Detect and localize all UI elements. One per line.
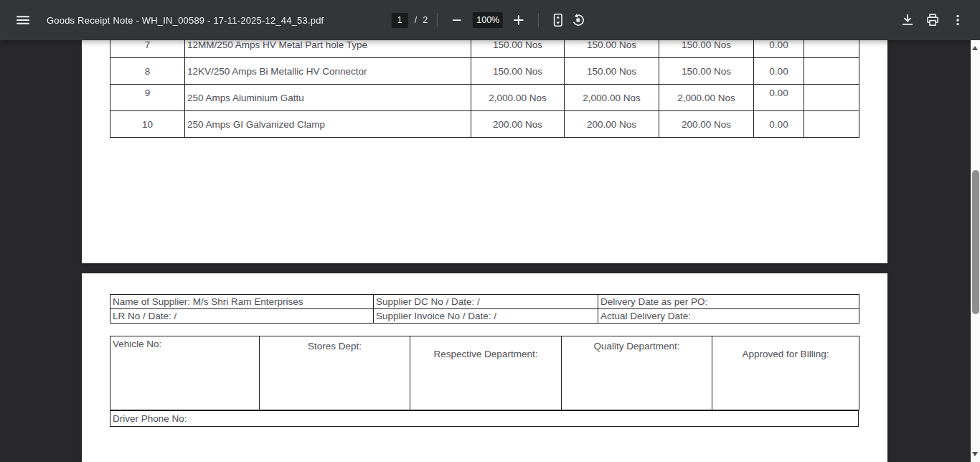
item-qty: 150.00 Nos [659,40,754,58]
table-row: 7 12MM/250 Amps HV Metal Part hole Type … [110,40,859,58]
zoom-out-button[interactable] [447,10,467,30]
scrollbar-down-arrow-icon[interactable] [972,452,978,456]
plus-icon [512,14,525,27]
respective-dept-cell: Respective Department: [410,336,562,410]
delivery-date-po: Delivery Date as per PO: [598,295,859,309]
stores-dept-cell: Stores Dept: [260,336,410,410]
item-amount: 0.00 [754,111,804,138]
pdf-page-1: 7 12MM/250 Amps HV Metal Part hole Type … [82,40,887,263]
item-description: 250 Amps Aluminium Gattu [185,85,471,111]
page-total: 2 [423,15,428,25]
download-icon [900,13,915,27]
grn-items-table: 7 12MM/250 Amps HV Metal Part hole Type … [110,40,859,138]
page-number-input[interactable] [392,13,408,28]
item-qty: 150.00 Nos [659,58,754,85]
item-qty: 2,000.00 Nos [471,85,565,111]
signoff-table: Vehicle No: Stores Dept: Respective Depa… [110,336,859,410]
toolbar-right-controls [897,9,980,31]
item-qty: 2,000.00 Nos [565,85,659,111]
print-icon [925,13,940,27]
item-amount: 0.00 [754,40,804,58]
item-empty-cell [804,40,859,58]
supplier-name: Name of Supplier: M/s Shri Ram Enterpris… [110,295,374,309]
supplier-invoice-no: Supplier Invoice No / Date: / [374,309,598,324]
quality-dept-cell: Quality Department: [562,336,712,410]
item-qty: 150.00 Nos [471,40,565,58]
document-title: Goods Receipt Note - WH_IN_00589 - 17-11… [47,15,324,26]
table-row: 9 250 Amps Aluminium Gattu 2,000.00 Nos … [110,85,859,111]
item-sno: 9 [110,85,185,111]
item-description: 12KV/250 Amps Bi Metallic HV Connector [185,58,471,85]
toolbar-divider [437,13,438,27]
minus-icon [451,14,463,27]
fit-to-page-button[interactable] [548,10,568,30]
approved-billing-cell: Approved for Billing: [712,336,859,410]
fit-to-page-icon [551,13,565,27]
vehicle-no-cell: Vehicle No: [110,336,260,410]
item-sno: 8 [110,58,185,85]
scrollbar-up-arrow-icon[interactable] [972,46,978,50]
driver-phone-row: Driver Phone No: [110,410,859,427]
item-amount: 0.00 [754,85,804,111]
print-button[interactable] [922,9,943,31]
item-sno: 10 [110,111,185,138]
table-row: LR No / Date: / Supplier Invoice No / Da… [110,309,859,324]
table-row: Name of Supplier: M/s Shri Ram Enterpris… [110,295,859,309]
page-separator: / [415,15,417,25]
table-row: Vehicle No: Stores Dept: Respective Depa… [110,336,859,410]
item-qty: 150.00 Nos [565,40,659,58]
toolbar-center-controls: / 2 100% [392,0,588,40]
rotate-counterclockwise-icon [571,13,585,27]
pdf-page-2: Name of Supplier: M/s Shri Ram Enterpris… [82,273,887,462]
item-empty-cell [804,58,859,85]
lr-no-date: LR No / Date: / [110,309,374,324]
actual-delivery-date: Actual Delivery Date: [598,309,859,324]
rotate-button[interactable] [568,10,588,30]
supplier-info-table: Name of Supplier: M/s Shri Ram Enterpris… [110,294,859,324]
zoom-level-display: 100% [473,12,503,28]
more-options-button[interactable] [947,9,969,31]
pdf-viewer-toolbar: Goods Receipt Note - WH_IN_00589 - 17-11… [0,0,980,40]
item-qty: 150.00 Nos [565,58,659,85]
item-description: 250 Amps GI Galvanized Clamp [185,111,471,138]
zoom-in-button[interactable] [509,10,529,30]
hamburger-menu-icon [16,13,30,27]
vertical-scrollbar[interactable] [971,40,980,462]
pdf-canvas: 7 12MM/250 Amps HV Metal Part hole Type … [0,40,971,462]
menu-button[interactable] [9,6,37,34]
item-empty-cell [804,85,859,111]
table-row: 10 250 Amps GI Galvanized Clamp 200.00 N… [110,111,859,138]
item-amount: 0.00 [754,58,804,85]
item-qty: 2,000.00 Nos [659,85,754,111]
supplier-dc-no: Supplier DC No / Date: / [374,295,598,309]
scrollbar-thumb[interactable] [972,170,979,314]
toolbar-divider [538,13,539,27]
item-qty: 200.00 Nos [471,111,565,138]
item-qty: 200.00 Nos [659,111,754,138]
item-qty: 200.00 Nos [565,111,659,138]
item-empty-cell [804,111,859,138]
table-row: 8 12KV/250 Amps Bi Metallic HV Connector… [110,58,859,85]
item-description: 12MM/250 Amps HV Metal Part hole Type [185,40,471,58]
item-qty: 150.00 Nos [471,58,565,85]
more-vertical-icon [951,13,965,27]
download-button[interactable] [897,9,918,31]
item-sno: 7 [110,40,185,58]
